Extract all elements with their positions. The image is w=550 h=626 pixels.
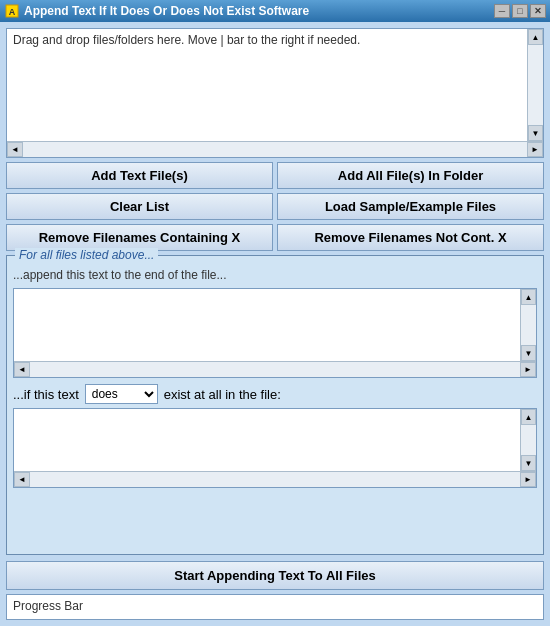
- append-hscroll-left[interactable]: ◄: [14, 362, 30, 377]
- vscroll-up-btn[interactable]: ▲: [528, 29, 543, 45]
- app-icon: A: [4, 3, 20, 19]
- title-bar-left: A Append Text If It Does Or Does Not Exi…: [4, 3, 309, 19]
- group-box: For all files listed above... ...append …: [6, 255, 544, 555]
- button-row-3: Remove Filenames Containing X Remove Fil…: [6, 224, 544, 251]
- condition-textarea[interactable]: [14, 409, 520, 471]
- condition-textarea-wrapper[interactable]: ▲ ▼ ◄ ►: [13, 408, 537, 488]
- svg-text:A: A: [9, 7, 16, 17]
- append-textarea[interactable]: [14, 289, 520, 361]
- append-hscroll-right[interactable]: ►: [520, 362, 536, 377]
- group-box-label: For all files listed above...: [15, 248, 158, 262]
- condition-hscroll-left[interactable]: ◄: [14, 472, 30, 487]
- does-select[interactable]: does does not: [85, 384, 158, 404]
- close-button[interactable]: ✕: [530, 4, 546, 18]
- load-sample-files-button[interactable]: Load Sample/Example Files: [277, 193, 544, 220]
- remove-not-containing-button[interactable]: Remove Filenames Not Cont. X: [277, 224, 544, 251]
- progress-bar: Progress Bar: [6, 594, 544, 620]
- append-hscrollbar[interactable]: ◄ ►: [14, 361, 536, 377]
- clear-list-button[interactable]: Clear List: [6, 193, 273, 220]
- condition-hscroll-right[interactable]: ►: [520, 472, 536, 487]
- maximize-button[interactable]: □: [512, 4, 528, 18]
- main-window: ▲ ▼ Drag and drop files/folders here. Mo…: [0, 22, 550, 626]
- title-controls[interactable]: ─ □ ✕: [494, 4, 546, 18]
- remove-containing-button[interactable]: Remove Filenames Containing X: [6, 224, 273, 251]
- button-row-1: Add Text File(s) Add All File(s) In Fold…: [6, 162, 544, 189]
- button-row-2: Clear List Load Sample/Example Files: [6, 193, 544, 220]
- vscroll-down-btn[interactable]: ▼: [528, 125, 543, 141]
- title-bar: A Append Text If It Does Or Does Not Exi…: [0, 0, 550, 22]
- add-all-files-button[interactable]: Add All File(s) In Folder: [277, 162, 544, 189]
- condition-hscrollbar[interactable]: ◄ ►: [14, 471, 536, 487]
- append-label: ...append this text to the end of the fi…: [13, 268, 537, 282]
- append-vscroll-up[interactable]: ▲: [521, 289, 536, 305]
- condition-vscroll-up[interactable]: ▲: [521, 409, 536, 425]
- start-button-row: Start Appending Text To All Files: [6, 561, 544, 590]
- condition-row: ...if this text does does not exist at a…: [13, 384, 537, 404]
- append-vscrollbar[interactable]: ▲ ▼: [520, 289, 536, 361]
- drop-vscrollbar[interactable]: ▲ ▼: [527, 29, 543, 141]
- exist-label: exist at all in the file:: [164, 387, 281, 402]
- condition-vscroll-down[interactable]: ▼: [521, 455, 536, 471]
- minimize-button[interactable]: ─: [494, 4, 510, 18]
- start-button[interactable]: Start Appending Text To All Files: [6, 561, 544, 590]
- title-text: Append Text If It Does Or Does Not Exist…: [24, 4, 309, 18]
- condition-label: ...if this text: [13, 387, 79, 402]
- drop-area[interactable]: ▲ ▼ Drag and drop files/folders here. Mo…: [6, 28, 544, 158]
- append-vscroll-down[interactable]: ▼: [521, 345, 536, 361]
- condition-vscrollbar[interactable]: ▲ ▼: [520, 409, 536, 471]
- drop-textarea[interactable]: [7, 29, 527, 141]
- drop-hscrollbar[interactable]: ◄ ►: [7, 141, 543, 157]
- append-textarea-wrapper[interactable]: ▲ ▼ ◄ ►: [13, 288, 537, 378]
- add-text-files-button[interactable]: Add Text File(s): [6, 162, 273, 189]
- hscroll-right-btn[interactable]: ►: [527, 142, 543, 157]
- hscroll-left-btn[interactable]: ◄: [7, 142, 23, 157]
